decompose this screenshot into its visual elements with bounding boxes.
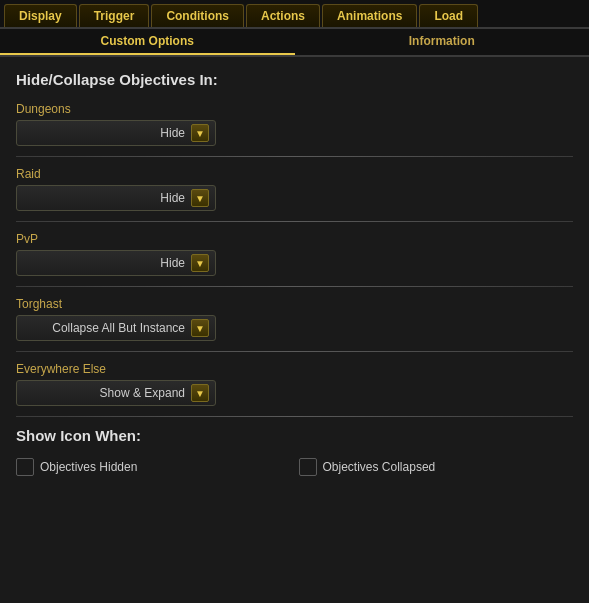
tab-custom-options[interactable]: Custom Options	[0, 29, 295, 55]
checkbox-label-hidden: Objectives Hidden	[40, 460, 137, 474]
dropdown-wrap-torghast: Collapse All But Instance ▼	[16, 315, 573, 341]
dropdown-everywhere[interactable]: Show & Expand ▼	[16, 380, 216, 406]
checkbox-label-collapsed: Objectives Collapsed	[323, 460, 436, 474]
show-icon-title: Show Icon When:	[16, 427, 573, 444]
tab-information[interactable]: Information	[295, 29, 590, 55]
tab-load[interactable]: Load	[419, 4, 478, 27]
dropdown-torghast[interactable]: Collapse All But Instance ▼	[16, 315, 216, 341]
dropdown-wrap-dungeons: Hide ▼	[16, 120, 573, 146]
dropdown-dungeons-value: Hide	[23, 126, 191, 140]
tab-conditions[interactable]: Conditions	[151, 4, 244, 27]
dropdown-pvp-arrow: ▼	[191, 254, 209, 272]
field-raid: Raid Hide ▼	[16, 167, 573, 211]
label-torghast: Torghast	[16, 297, 573, 311]
top-tab-bar: Display Trigger Conditions Actions Anima…	[0, 0, 589, 29]
field-everywhere: Everywhere Else Show & Expand ▼	[16, 362, 573, 406]
label-everywhere: Everywhere Else	[16, 362, 573, 376]
dropdown-raid-value: Hide	[23, 191, 191, 205]
divider-3	[16, 286, 573, 287]
divider-5	[16, 416, 573, 417]
second-tab-bar: Custom Options Information	[0, 29, 589, 57]
divider-4	[16, 351, 573, 352]
tab-trigger[interactable]: Trigger	[79, 4, 150, 27]
dropdown-pvp-value: Hide	[23, 256, 191, 270]
dropdown-torghast-value: Collapse All But Instance	[23, 321, 191, 335]
dropdown-pvp[interactable]: Hide ▼	[16, 250, 216, 276]
divider-2	[16, 221, 573, 222]
dropdown-raid[interactable]: Hide ▼	[16, 185, 216, 211]
checkbox-wrap-hidden: Objectives Hidden	[16, 458, 291, 476]
checkbox-wrap-collapsed: Objectives Collapsed	[299, 458, 574, 476]
label-raid: Raid	[16, 167, 573, 181]
field-dungeons: Dungeons Hide ▼	[16, 102, 573, 146]
label-dungeons: Dungeons	[16, 102, 573, 116]
tab-actions[interactable]: Actions	[246, 4, 320, 27]
dropdown-wrap-everywhere: Show & Expand ▼	[16, 380, 573, 406]
dropdown-dungeons-arrow: ▼	[191, 124, 209, 142]
main-content: Hide/Collapse Objectives In: Dungeons Hi…	[0, 57, 589, 498]
dropdown-dungeons[interactable]: Hide ▼	[16, 120, 216, 146]
section-title: Hide/Collapse Objectives In:	[16, 71, 573, 88]
field-pvp: PvP Hide ▼	[16, 232, 573, 276]
checkbox-objectives-hidden[interactable]	[16, 458, 34, 476]
tab-animations[interactable]: Animations	[322, 4, 417, 27]
label-pvp: PvP	[16, 232, 573, 246]
field-torghast: Torghast Collapse All But Instance ▼	[16, 297, 573, 341]
dropdown-everywhere-arrow: ▼	[191, 384, 209, 402]
dropdown-wrap-raid: Hide ▼	[16, 185, 573, 211]
show-icon-section: Show Icon When: Objectives Hidden Object…	[16, 427, 573, 476]
dropdown-wrap-pvp: Hide ▼	[16, 250, 573, 276]
checkbox-row: Objectives Hidden Objectives Collapsed	[16, 458, 573, 476]
dropdown-torghast-arrow: ▼	[191, 319, 209, 337]
divider-1	[16, 156, 573, 157]
dropdown-raid-arrow: ▼	[191, 189, 209, 207]
checkbox-objectives-collapsed[interactable]	[299, 458, 317, 476]
dropdown-everywhere-value: Show & Expand	[23, 386, 191, 400]
tab-display[interactable]: Display	[4, 4, 77, 27]
